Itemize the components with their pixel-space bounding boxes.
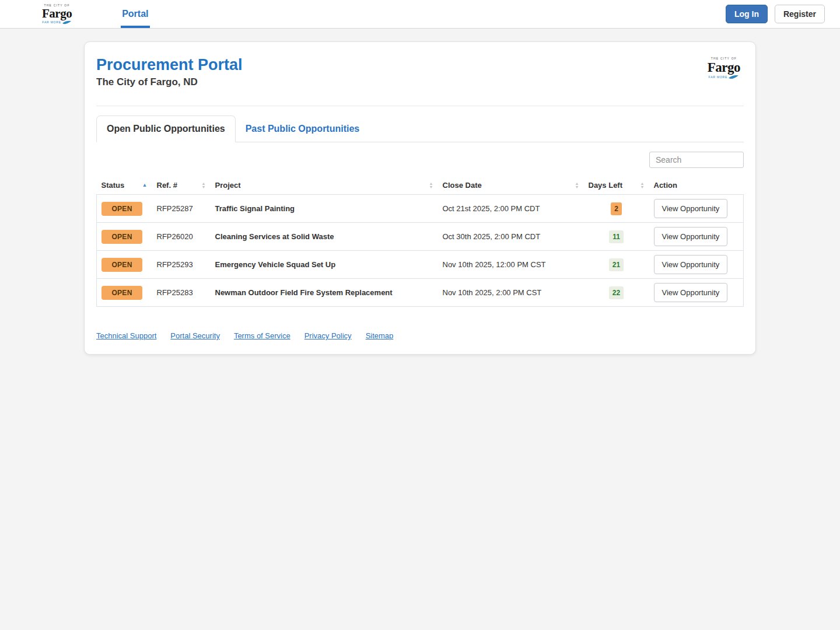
logo-tagline: FAR MORE [709, 76, 728, 79]
ref-number: RFP25293 [152, 251, 211, 279]
ref-number: RFP25287 [152, 195, 211, 223]
top-navbar: THE CITY OF Fargo FAR MORE Portal Log In… [0, 0, 840, 29]
terms-of-service-link[interactable]: Terms of Service [234, 331, 290, 340]
close-date: Nov 10th 2025, 2:00 PM CST [438, 279, 584, 307]
header-divider [96, 106, 744, 106]
nav-item-portal[interactable]: Portal [121, 0, 149, 28]
sort-icon: ▲▼ [429, 182, 433, 188]
days-left-badge: 11 [609, 230, 624, 243]
opportunities-tabbar: Open Public Opportunities Past Public Op… [96, 116, 744, 142]
table-row: OPEN RFP25287 Traffic Signal Painting Oc… [97, 195, 744, 223]
logo-wordmark: Fargo [42, 8, 72, 20]
status-badge: OPEN [102, 286, 142, 300]
main-nav: Portal [121, 0, 149, 28]
logo-tagline: FAR MORE [42, 21, 61, 24]
project-name: Emergency Vehicle Squad Set Up [211, 251, 438, 279]
technical-support-link[interactable]: Technical Support [96, 331, 156, 340]
register-button[interactable]: Register [775, 5, 825, 23]
search-input[interactable] [649, 152, 744, 168]
status-badge: OPEN [102, 258, 142, 272]
close-date: Oct 30th 2025, 2:00 PM CDT [438, 223, 584, 251]
close-date: Nov 10th 2025, 12:00 PM CST [438, 251, 584, 279]
table-row: OPEN RFP26020 Cleaning Services at Solid… [97, 223, 744, 251]
days-left-badge: 21 [609, 258, 624, 271]
privacy-policy-link[interactable]: Privacy Policy [304, 331, 352, 340]
page-title: Procurement Portal [96, 56, 744, 74]
view-opportunity-button[interactable]: View Opportunity [654, 283, 728, 302]
view-opportunity-button[interactable]: View Opportunity [654, 199, 728, 218]
sort-icon: ▲▼ [640, 182, 645, 188]
fargo-logo[interactable]: THE CITY OF Fargo FAR MORE [42, 4, 72, 24]
days-left-badge: 22 [609, 286, 624, 299]
login-button[interactable]: Log In [726, 5, 768, 23]
opportunities-tbody: OPEN RFP25287 Traffic Signal Painting Oc… [97, 195, 744, 307]
project-name: Newman Outdoor Field Fire System Replace… [211, 279, 438, 307]
logo-wordmark: Fargo [708, 61, 740, 74]
view-opportunity-button[interactable]: View Opportunity [654, 227, 728, 246]
status-badge: OPEN [102, 202, 142, 216]
project-name: Traffic Signal Painting [211, 195, 438, 223]
view-opportunity-button[interactable]: View Opportunity [654, 255, 728, 274]
ref-number: RFP25283 [152, 279, 211, 307]
logo-swoosh-icon [729, 75, 739, 79]
table-header-row: Status▲ Ref. #▲▼ Project▲▼ Close Date▲▼ … [97, 176, 744, 195]
column-header-status[interactable]: Status▲ [97, 176, 152, 195]
status-badge: OPEN [102, 230, 142, 244]
column-header-project[interactable]: Project▲▼ [211, 176, 438, 195]
ref-number: RFP26020 [152, 223, 211, 251]
column-header-close-date[interactable]: Close Date▲▼ [438, 176, 584, 195]
fargo-card-logo: THE CITY OF Fargo FAR MORE [708, 57, 740, 79]
days-left-badge: 2 [611, 202, 622, 215]
procurement-portal-card: THE CITY OF Fargo FAR MORE Procurement P… [84, 41, 756, 355]
sort-ascending-icon: ▲ [142, 183, 148, 188]
opportunities-table: Status▲ Ref. #▲▼ Project▲▼ Close Date▲▼ … [96, 176, 744, 307]
footer-links: Technical Support Portal Security Terms … [96, 331, 744, 340]
table-row: OPEN RFP25293 Emergency Vehicle Squad Se… [97, 251, 744, 279]
column-header-action: Action [649, 176, 744, 195]
project-name: Cleaning Services at Solid Waste [211, 223, 438, 251]
tab-past-public-opportunities[interactable]: Past Public Opportunities [236, 116, 370, 142]
close-date: Oct 21st 2025, 2:00 PM CDT [438, 195, 584, 223]
table-row: OPEN RFP25283 Newman Outdoor Field Fire … [97, 279, 744, 307]
sort-icon: ▲▼ [202, 182, 206, 188]
portal-security-link[interactable]: Portal Security [170, 331, 220, 340]
tab-open-public-opportunities[interactable]: Open Public Opportunities [96, 116, 236, 142]
sort-icon: ▲▼ [575, 182, 579, 188]
column-header-ref[interactable]: Ref. #▲▼ [152, 176, 211, 195]
page-subtitle: The City of Fargo, ND [96, 76, 744, 88]
logo-swoosh-icon [62, 20, 72, 24]
sitemap-link[interactable]: Sitemap [366, 331, 394, 340]
column-header-days-left[interactable]: Days Left▲▼ [584, 176, 649, 195]
